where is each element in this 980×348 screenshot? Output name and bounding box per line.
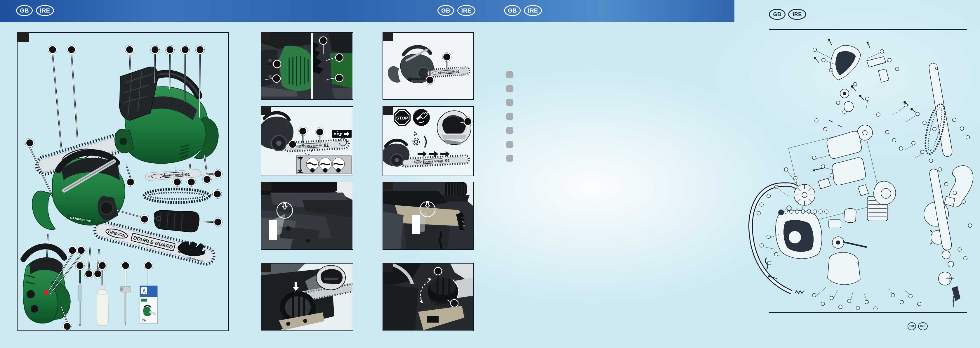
figure-8-illustration	[261, 263, 352, 330]
bullet-square	[506, 155, 513, 161]
figure-8-panel	[261, 263, 353, 331]
figure-6-panel	[261, 182, 353, 250]
gb-badge: GB	[438, 5, 454, 16]
cover-pieces	[827, 131, 869, 196]
ce-mark: CE	[142, 319, 146, 322]
figure-3-illustration: DOUBLE GUARD 91	[383, 33, 473, 99]
manual-spread: GB IRE GB IRE GB IRE GB IRE GB IRE	[0, 0, 980, 348]
bullet-square	[506, 127, 513, 134]
figure-7-panel	[383, 182, 474, 250]
header-badges-left: GB IRE	[16, 5, 54, 16]
bar-size-label: 91	[445, 158, 450, 163]
header-badges-mid2: GB IRE	[504, 5, 542, 16]
bullet-square	[506, 113, 513, 120]
aldi-logo-icon	[142, 287, 147, 294]
header-bar: GB IRE GB IRE GB IRE	[0, 0, 734, 22]
gb-badge: GB	[908, 322, 916, 330]
header-badges-mid: GB IRE	[438, 5, 476, 16]
bar-size-label: 91	[185, 172, 190, 177]
figure-number-box	[261, 263, 271, 272]
bullet-square	[506, 141, 513, 148]
figure-9-panel	[383, 263, 474, 331]
ire-badge: IRE	[36, 5, 54, 16]
gb-badge: GB	[16, 5, 33, 16]
label-placeholder	[269, 220, 277, 240]
ire-badge: IRE	[457, 5, 476, 16]
item-mixing-bottle	[97, 286, 109, 326]
photo-right-half	[313, 33, 352, 99]
guide-bar-part	[921, 63, 956, 307]
figure-number-box	[261, 32, 271, 41]
photo-left-half	[261, 33, 311, 99]
figure-3-panel: DOUBLE GUARD 91	[383, 32, 474, 100]
figure-number-box	[383, 182, 393, 190]
gb-badge: GB	[504, 5, 521, 16]
bullet-square	[506, 71, 513, 78]
figure-number-box	[383, 263, 393, 272]
figure-4-panel: OREGON DOUBLE GUARD 91	[261, 106, 353, 176]
ire-badge: IRE	[918, 322, 928, 330]
item-scrench-tool	[120, 286, 131, 326]
accessory-bar-cover	[154, 211, 199, 232]
stop-sign-icon: STOP	[394, 109, 410, 126]
chainsaw-side-view: OREGON	[34, 67, 218, 176]
figure-number-box	[383, 32, 393, 41]
figure-4-illustration: OREGON DOUBLE GUARD 91	[261, 107, 352, 175]
photo-gap	[311, 33, 313, 99]
label-placeholder	[412, 215, 420, 234]
figure-2-illustration	[261, 33, 352, 99]
figure-6-illustration	[261, 182, 352, 249]
right-page-top-rule	[769, 29, 967, 30]
figure-5-panel: STOP	[383, 106, 474, 176]
tension-detail-circles	[306, 158, 345, 173]
figure-number-box	[261, 106, 271, 115]
gloves-icon	[413, 109, 430, 126]
ire-badge: IRE	[524, 5, 542, 16]
figure-1-illustration: OREGON	[18, 33, 228, 330]
tension-knob	[442, 182, 469, 202]
figure-7-illustration	[383, 182, 473, 249]
bar-size-label: 91	[323, 143, 329, 148]
chain-tension-inset	[296, 156, 351, 174]
chain-direction-inset	[332, 130, 352, 137]
accessory-chain-loop	[144, 189, 209, 203]
right-page-footer-badges: GB IRE	[908, 322, 928, 330]
item-screwdriver	[78, 284, 82, 326]
bar-size-label: 91	[455, 70, 460, 74]
right-page-badges: GB IRE	[769, 9, 806, 20]
item-manual-booklet: CE	[140, 286, 158, 324]
figure-1-panel: OREGON	[17, 32, 229, 331]
flywheel	[794, 184, 815, 205]
exploded-parts-diagram	[742, 33, 975, 310]
bullet-square	[506, 85, 513, 92]
ire-badge: IRE	[788, 9, 806, 20]
stop-label: STOP	[396, 115, 408, 120]
figure-number-box	[383, 106, 393, 115]
stop-switch	[45, 290, 48, 295]
figure-2-panel	[261, 32, 353, 100]
bullet-square	[506, 99, 513, 106]
figure-number-box	[261, 182, 271, 190]
figure-number-box	[17, 32, 29, 42]
figure-9-illustration	[383, 263, 473, 330]
figure-5-illustration: STOP	[383, 107, 473, 175]
right-page-bottom-rule	[769, 312, 967, 313]
gb-badge: GB	[769, 9, 786, 20]
